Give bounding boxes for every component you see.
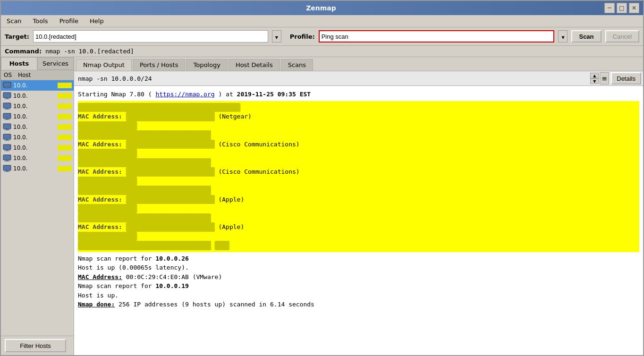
os-icon — [3, 133, 11, 142]
scan-button[interactable]: Scan — [571, 30, 601, 42]
redacted-text: ████████████████ — [78, 121, 137, 131]
host-row[interactable]: 10.0. — [1, 101, 74, 111]
host-bar — [58, 166, 72, 171]
output-command: nmap -sn 10.0.0.0/24 — [76, 74, 588, 83]
ip-bold: 10.0.0.19 — [155, 282, 188, 289]
scroll-down-button[interactable]: ▼ — [590, 78, 599, 84]
host-list-header: OS Host — [1, 70, 74, 80]
vendor-text: (Apple) — [218, 196, 244, 203]
svg-rect-17 — [4, 140, 10, 141]
svg-rect-2 — [4, 88, 10, 89]
os-icon — [3, 112, 11, 121]
os-icon — [3, 123, 11, 131]
filter-hosts-button[interactable]: Filter Hosts — [5, 339, 66, 352]
svg-rect-9 — [3, 113, 11, 119]
tab-nmap-output[interactable]: Nmap Output — [76, 59, 132, 71]
tab-topology[interactable]: Topology — [186, 59, 227, 71]
host-ip: 10.0. — [13, 113, 56, 120]
lines-icon — [602, 75, 607, 82]
chevron-up-icon: ▲ — [593, 74, 596, 78]
output-content[interactable]: Starting Nmap 7.80 ( https://nmap.org ) … — [74, 86, 643, 355]
output-line: ████████████████████████████████████ — [78, 213, 639, 223]
output-line: ████████████████████████████████████████… — [78, 103, 639, 112]
host-row[interactable]: 10.0. — [1, 143, 74, 153]
host-bar — [58, 135, 72, 140]
target-dropdown-icon — [275, 33, 278, 40]
host-column-header: Host — [18, 72, 71, 78]
output-scroll-controls: ▲ ▼ — [590, 73, 599, 84]
output-line: MAC Address: ████████████████████████ (C… — [78, 167, 639, 177]
host-row[interactable]: 10.0. — [1, 91, 74, 101]
host-row[interactable]: 10.0. — [1, 111, 74, 122]
svg-rect-26 — [4, 171, 10, 172]
redacted-text: ████████████████████████████████████ — [78, 130, 211, 140]
content-tabs: Nmap Output Ports / Hosts Topology Host … — [74, 57, 643, 71]
profile-dropdown-button[interactable] — [558, 30, 568, 42]
os-icon — [3, 164, 11, 173]
host-ip: 10.0. — [13, 134, 56, 141]
host-row[interactable]: 10.0. — [1, 80, 74, 91]
menu-tools[interactable]: Tools — [30, 17, 51, 25]
redacted-text: ████████████████████████ — [126, 222, 215, 232]
svg-rect-25 — [6, 170, 8, 171]
tab-host-details[interactable]: Host Details — [229, 59, 280, 71]
target-label: Target: — [5, 33, 29, 40]
profile-input[interactable] — [319, 30, 555, 42]
host-ip: 10.0. — [13, 155, 56, 161]
svg-rect-7 — [6, 108, 8, 109]
host-ip: 10.0. — [13, 165, 56, 172]
host-row[interactable]: 10.0. — [1, 153, 74, 163]
host-bar — [58, 155, 72, 161]
host-ip: 10.0. — [13, 93, 56, 99]
menu-bar: Scan Tools Profile Help — [1, 15, 643, 27]
output-line: MAC Address: ████████████████████████ (N… — [78, 112, 639, 121]
svg-rect-12 — [3, 124, 11, 129]
svg-rect-16 — [6, 139, 8, 140]
maximize-button[interactable]: □ — [617, 3, 627, 13]
host-bar — [58, 93, 72, 99]
menu-scan[interactable]: Scan — [4, 17, 25, 25]
vendor-text: (Cisco Communications) — [218, 168, 299, 175]
chevron-down-icon: ▼ — [593, 79, 596, 84]
redacted-text: ████████████████████████ — [126, 195, 215, 204]
nmap-link[interactable]: https://nmap.org — [155, 91, 214, 98]
command-value: nmap -sn 10.0.[redacted] — [45, 48, 134, 55]
host-bar — [58, 124, 72, 130]
close-button[interactable]: ✕ — [629, 3, 639, 13]
host-row[interactable]: 10.0. — [1, 163, 74, 174]
output-line: ████████████████ — [78, 121, 639, 131]
os-column-header: OS — [4, 72, 18, 78]
redacted-label: MAC Address: — [78, 223, 122, 230]
redacted-text: ████████████████████████ — [126, 140, 215, 149]
host-ip: 10.0. — [13, 144, 56, 151]
output-line: ████████████████████████████████████ — [78, 186, 639, 195]
redacted-text: ████████████████████████ — [126, 112, 215, 121]
menu-profile[interactable]: Profile — [57, 17, 81, 25]
scroll-up-button[interactable]: ▲ — [590, 73, 599, 78]
window-title: Zenmap — [38, 4, 604, 12]
svg-rect-5 — [4, 99, 10, 99]
output-line: ████████████████████████████████████ ███… — [78, 241, 639, 250]
menu-help[interactable]: Help — [87, 17, 107, 25]
target-dropdown-button[interactable] — [272, 30, 281, 42]
tab-services[interactable]: Services — [37, 57, 74, 70]
target-input[interactable] — [33, 30, 268, 42]
minimize-button[interactable]: ─ — [604, 3, 615, 13]
main-window: Zenmap ─ □ ✕ Scan Tools Profile Help Tar… — [0, 0, 644, 356]
main-content: Hosts Services OS Host 10.0. — [1, 57, 643, 355]
host-row[interactable]: 10.0. — [1, 122, 74, 132]
redacted-text: ████████████████████████ — [126, 167, 215, 177]
host-row[interactable]: 10.0. — [1, 132, 74, 143]
tab-hosts[interactable]: Hosts — [1, 57, 37, 70]
output-line: MAC Address: ████████████████████████ (C… — [78, 140, 639, 149]
left-panel: Hosts Services OS Host 10.0. — [1, 57, 74, 355]
output-menu-button[interactable] — [600, 72, 609, 85]
tab-scans[interactable]: Scans — [281, 59, 313, 71]
details-button[interactable]: Details — [611, 72, 641, 85]
tab-ports-hosts[interactable]: Ports / Hosts — [133, 59, 186, 71]
host-ip: 10.0. — [13, 103, 56, 110]
output-mac-1: MAC Address: 00:0C:29:C4:E0:AB (VMware) — [78, 272, 639, 282]
cancel-button[interactable]: Cancel — [605, 30, 639, 42]
redacted-text: ████████████████ — [78, 177, 137, 186]
window-controls: ─ □ ✕ — [604, 3, 639, 13]
